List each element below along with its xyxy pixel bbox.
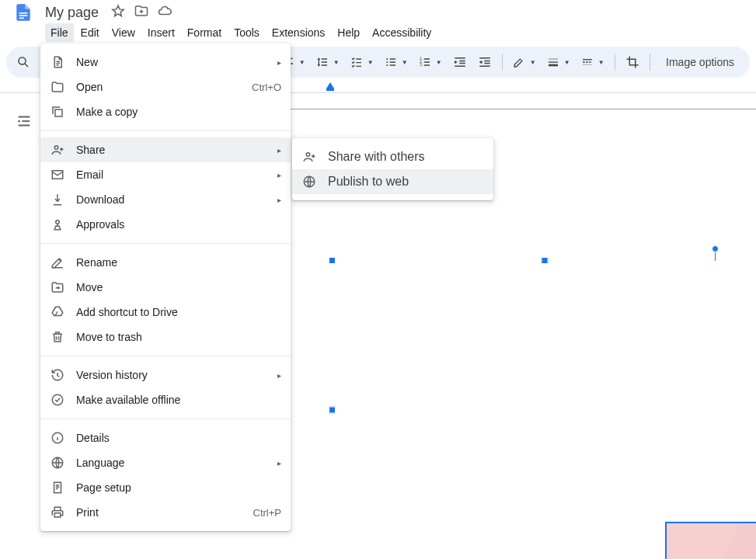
toolbar-separator — [615, 54, 615, 71]
menu-item-approvals[interactable]: Approvals — [40, 212, 291, 237]
svg-point-15 — [54, 146, 58, 150]
globe-icon — [301, 174, 317, 189]
svg-point-7 — [387, 58, 388, 60]
document-title[interactable]: My page — [42, 4, 102, 22]
svg-rect-1 — [19, 15, 28, 16]
svg-rect-2 — [19, 18, 24, 19]
svg-rect-14 — [55, 109, 62, 116]
menu-item-label: Add shortcut to Drive — [76, 306, 178, 318]
menu-item-label: Print — [76, 506, 99, 519]
svg-point-9 — [387, 64, 388, 66]
menu-item-label: Make a copy — [76, 106, 138, 118]
menu-edit[interactable]: Edit — [75, 23, 105, 42]
chevron-down-icon: ▼ — [436, 59, 442, 66]
submenu-arrow-icon: ▸ — [277, 459, 281, 467]
image-options-button[interactable]: Image options — [657, 56, 744, 68]
svg-rect-0 — [19, 12, 28, 14]
checklist-icon[interactable]: ▼ — [347, 51, 378, 73]
menu-shortcut: Ctrl+P — [253, 507, 281, 519]
menu-item-label: Download — [76, 193, 124, 206]
page-setup-icon — [50, 480, 65, 495]
folder-icon — [50, 79, 65, 95]
rotate-handle[interactable] — [712, 245, 719, 252]
border-color-icon[interactable]: ▼ — [509, 51, 540, 73]
svg-point-17 — [56, 220, 60, 224]
menu-item-email[interactable]: Email ▸ — [40, 162, 291, 187]
submenu-item-publish-web[interactable]: Publish to web — [292, 169, 493, 194]
menu-extensions[interactable]: Extensions — [267, 23, 330, 42]
approvals-icon — [50, 217, 65, 232]
menu-item-new[interactable]: New ▸ — [40, 50, 291, 75]
search-menus-icon[interactable] — [12, 51, 34, 73]
menu-item-label: Share with others — [328, 150, 425, 164]
menu-item-label: Language — [76, 457, 124, 469]
menu-item-label: Move — [76, 281, 103, 293]
menu-item-make-copy[interactable]: Make a copy — [40, 99, 291, 124]
menu-item-open[interactable]: Open Ctrl+O — [40, 75, 291, 99]
menu-item-details[interactable]: Details — [40, 425, 291, 450]
crop-icon[interactable] — [622, 51, 643, 73]
cloud-status-icon[interactable] — [158, 4, 172, 21]
menu-tools[interactable]: Tools — [228, 23, 265, 42]
horizontal-rule — [287, 109, 756, 109]
svg-text:3: 3 — [420, 63, 423, 67]
menu-help[interactable]: Help — [332, 23, 365, 42]
submenu-arrow-icon: ▸ — [277, 171, 281, 179]
menu-item-page-setup[interactable]: Page setup — [40, 475, 291, 500]
menu-item-share[interactable]: Share ▸ — [40, 137, 291, 162]
menu-item-label: Page setup — [76, 481, 131, 494]
border-weight-icon[interactable]: ▼ — [543, 51, 574, 73]
line-spacing-icon[interactable]: ▼ — [312, 51, 343, 73]
resize-handle[interactable] — [541, 257, 548, 264]
numbered-list-icon[interactable]: 123▼ — [415, 51, 446, 73]
file-menu-dropdown: New ▸ Open Ctrl+O Make a copy Share ▸ Em… — [40, 43, 291, 531]
selected-image[interactable] — [333, 261, 756, 559]
outline-toggle-icon[interactable] — [16, 113, 33, 133]
menu-item-label: Email — [76, 168, 103, 181]
menu-item-language[interactable]: Language ▸ — [40, 450, 291, 475]
menu-item-label: Rename — [76, 256, 117, 269]
menu-item-label: Publish to web — [328, 175, 409, 189]
star-icon[interactable] — [111, 4, 125, 21]
menu-separator — [40, 130, 291, 131]
chevron-down-icon: ▼ — [598, 59, 604, 66]
share-submenu: Share with others Publish to web — [292, 138, 493, 200]
menu-item-rename[interactable]: Rename — [40, 250, 291, 275]
menu-item-offline[interactable]: Make available offline — [40, 387, 291, 412]
resize-handle[interactable] — [329, 407, 336, 414]
svg-point-8 — [387, 61, 388, 63]
menu-item-move-trash[interactable]: Move to trash — [40, 325, 291, 349]
menu-accessibility[interactable]: Accessibility — [367, 23, 437, 42]
menu-insert[interactable]: Insert — [142, 23, 180, 42]
submenu-arrow-icon: ▸ — [277, 58, 281, 67]
menu-file[interactable]: File — [45, 23, 74, 42]
drive-shortcut-icon — [50, 304, 65, 320]
submenu-arrow-icon: ▸ — [277, 196, 281, 204]
svg-point-13 — [18, 120, 20, 123]
menu-item-print[interactable]: Print Ctrl+P — [40, 500, 291, 525]
increase-indent-icon[interactable] — [474, 51, 496, 73]
info-icon — [50, 430, 65, 446]
toolbar-separator — [502, 54, 503, 71]
menu-view[interactable]: View — [106, 23, 141, 42]
move-icon[interactable] — [134, 4, 148, 21]
chevron-down-icon: ▼ — [402, 59, 408, 66]
chevron-down-icon: ▼ — [333, 59, 340, 66]
toolbar-separator — [650, 54, 650, 71]
menu-item-download[interactable]: Download ▸ — [40, 187, 291, 212]
indent-marker-icon[interactable] — [326, 82, 334, 89]
menu-item-add-shortcut[interactable]: Add shortcut to Drive — [40, 300, 291, 325]
globe-icon — [50, 455, 65, 470]
bulleted-list-icon[interactable]: ▼ — [381, 51, 412, 73]
border-dash-icon[interactable]: ▼ — [577, 51, 608, 73]
trash-icon — [50, 329, 65, 345]
menu-item-label: Approvals — [76, 218, 124, 231]
menu-item-version-history[interactable]: Version history ▸ — [40, 363, 291, 387]
resize-handle[interactable] — [329, 257, 336, 264]
submenu-item-share-others[interactable]: Share with others — [292, 144, 493, 169]
menu-format[interactable]: Format — [182, 23, 227, 42]
decrease-indent-icon[interactable] — [449, 51, 471, 73]
chevron-down-icon: ▼ — [564, 59, 570, 66]
menu-item-move[interactable]: Move — [40, 275, 291, 300]
person-add-icon — [301, 149, 317, 165]
